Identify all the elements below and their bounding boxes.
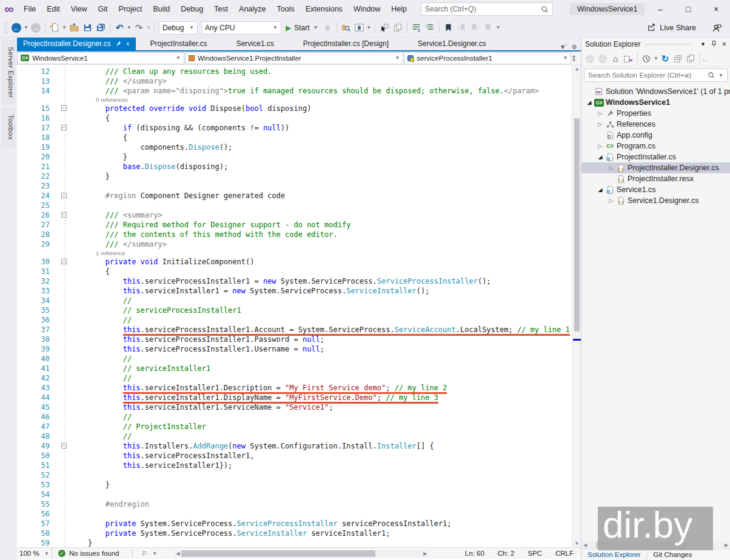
live-share-button[interactable]: Live Share (647, 23, 696, 32)
code-line[interactable]: 39this.serviceProcessInstaller1.Username… (17, 344, 581, 354)
zoom-level-dropdown[interactable]: 100 % ▼ (17, 548, 52, 559)
code-line[interactable]: 15−protected override void Dispose(bool … (17, 104, 581, 113)
solution-platform-combo[interactable]: Any CPU ▼ (201, 21, 281, 35)
code-line[interactable]: 21base.Dispose(disposing); (17, 162, 581, 172)
code-line[interactable]: 32this.serviceProcessInstaller1 = new Sy… (17, 276, 581, 286)
toolbar-grip[interactable] (4, 22, 7, 34)
menu-item-help[interactable]: Help (386, 0, 412, 18)
code-line[interactable]: 17−if (disposing && (components != null)… (17, 123, 581, 133)
menu-item-git[interactable]: Git (93, 0, 113, 18)
code-line[interactable]: 13/// </summary> (17, 76, 581, 86)
collapsed-arrow-icon[interactable]: ▷ (596, 110, 604, 116)
code-line[interactable]: 56 (17, 509, 581, 519)
code-line[interactable]: 53} (17, 480, 581, 490)
code-line[interactable]: 34// (17, 296, 581, 305)
tab-settings-gear-icon[interactable]: ⚙ (572, 44, 577, 50)
code-line[interactable]: 46// (17, 412, 581, 422)
collapse-region-icon[interactable]: − (61, 125, 67, 130)
code-line[interactable]: 19components.Dispose(); (17, 142, 581, 152)
browser-home-icon[interactable] (353, 21, 366, 35)
document-tab[interactable]: ProjectInstaller.cs [Design] (289, 38, 403, 50)
save-icon[interactable] (81, 21, 94, 35)
scroll-up-icon[interactable]: ▲ (572, 66, 581, 72)
save-all-icon[interactable] (94, 21, 107, 35)
pin-icon[interactable] (711, 41, 717, 48)
undo-icon[interactable]: ↶ (113, 21, 126, 35)
code-line[interactable]: 48// (17, 432, 581, 441)
solution-explorer-search-input[interactable]: Search Solution Explorer (Ctrl+ж) ▼ (584, 68, 728, 82)
annotations-pen-icon[interactable]: ⚐ (141, 550, 147, 558)
code-line[interactable]: 28/// the contents of this method with t… (17, 230, 581, 239)
code-line[interactable]: 40// (17, 354, 581, 364)
collapse-region-icon[interactable]: − (61, 259, 67, 264)
code-line[interactable]: 51this.serviceInstaller1}); (17, 461, 581, 470)
pending-changes-filter-icon[interactable] (640, 53, 652, 65)
toggle-comment-icon[interactable] (410, 21, 423, 35)
document-tab[interactable]: Service1.cs (222, 38, 289, 50)
tool-tab-toolbox[interactable]: Toolbox (2, 108, 15, 147)
maximize-button[interactable]: □ (674, 0, 702, 18)
split-window-icon[interactable]: ‡ (572, 54, 581, 62)
collapse-region-icon[interactable]: − (61, 193, 67, 198)
navigate-backward-icon[interactable]: ← (10, 21, 23, 35)
toolbar-overflow-icon[interactable]: ▼ (495, 25, 501, 30)
scroll-left-icon[interactable]: ◀ (174, 551, 181, 556)
collapsed-arrow-icon[interactable]: ▷ (607, 198, 615, 204)
code-line[interactable]: 12/// Clean up any resources being used. (17, 67, 581, 76)
close-icon[interactable]: × (722, 40, 726, 48)
menu-item-extensions[interactable]: Extensions (300, 0, 348, 18)
menu-item-debug[interactable]: Debug (175, 0, 209, 18)
code-line[interactable]: 42// (17, 373, 581, 383)
navigate-forward-icon[interactable]: → (597, 53, 609, 65)
menu-item-view[interactable]: View (65, 0, 93, 18)
code-line[interactable]: 27/// Required method for Designer suppo… (17, 220, 581, 230)
editor-vertical-scrollbar[interactable]: ▲ ▼ (572, 65, 581, 547)
scroll-right-icon[interactable]: ▶ (421, 551, 429, 556)
codelens-row[interactable]: 0 references (17, 96, 581, 104)
scroll-right-icon[interactable]: ▶ (723, 542, 730, 548)
health-check-icon[interactable]: ✓ (58, 550, 65, 557)
close-button[interactable]: × (702, 0, 730, 18)
code-line[interactable]: 57private System.ServiceProcess.ServiceP… (17, 519, 581, 528)
type-dropdown[interactable]: WindowsService1.ProjectInstaller ▼ (185, 52, 403, 64)
tree-item-properties[interactable]: ▷Properties (581, 108, 730, 119)
pin-icon[interactable] (116, 38, 121, 50)
solution-configuration-combo[interactable]: Debug ▼ (159, 21, 198, 35)
tree-item-app-config[interactable]: App.config (581, 130, 730, 141)
code-line[interactable]: 14/// <param name="disposing">true if ma… (17, 86, 581, 96)
code-line[interactable]: 50this.serviceProcessInstaller1, (17, 451, 581, 461)
code-line[interactable]: 23 (17, 181, 581, 191)
start-debugging-button[interactable]: ▶ Start ▼ (283, 24, 321, 32)
toolbar-overflow-icon[interactable]: .. (703, 55, 708, 63)
redo-dropdown-icon[interactable]: ▼ (146, 25, 152, 30)
code-line[interactable]: 55#endregion (17, 499, 581, 509)
code-line[interactable]: 16{ (17, 113, 581, 123)
project-dropdown[interactable]: C# WindowsService1 ▼ (17, 52, 184, 64)
pointer-select-icon[interactable] (378, 21, 391, 35)
code-line[interactable]: 24−#region Component Designer generated … (17, 191, 581, 201)
tree-item-projectinstaller-resx[interactable]: ProjectInstaller.resx (581, 173, 730, 184)
tree-item-references[interactable]: ▷References (581, 119, 730, 130)
panel-tab-solution-explorer[interactable]: Solution Explorer (581, 549, 648, 560)
collapsed-arrow-icon[interactable]: ▷ (596, 143, 604, 149)
bookmark-clear-icon[interactable] (482, 21, 495, 35)
horizontal-scrollbar-thumb[interactable] (181, 550, 375, 557)
browser-home-dropdown-icon[interactable]: ▼ (366, 25, 372, 30)
expanded-arrow-icon[interactable]: ◢ (596, 187, 604, 193)
collapse-region-icon[interactable]: − (61, 443, 67, 448)
navigate-forward-icon[interactable]: → (29, 21, 42, 35)
code-line[interactable]: 18{ (17, 133, 581, 142)
menu-item-tools[interactable]: Tools (272, 0, 300, 18)
document-tab[interactable]: Service1.Designer.cs (403, 38, 501, 50)
code-line[interactable]: 29/// </summary> (17, 239, 581, 249)
expanded-arrow-icon[interactable]: ◢ (585, 99, 594, 105)
code-line[interactable]: 20} (17, 152, 581, 162)
new-project-dropdown-icon[interactable]: ▼ (61, 25, 67, 30)
tree-item-solution-windowsservice1-1-of-1-project-[interactable]: ∞Solution 'WindowsService1' (1 of 1 proj… (581, 86, 730, 97)
menu-item-test[interactable]: Test (209, 0, 233, 18)
code-editor[interactable]: 12/// Clean up any resources being used.… (17, 65, 581, 547)
solution-explorer-header[interactable]: Solution Explorer ▼ × (581, 38, 730, 51)
collapse-region-icon[interactable]: − (61, 212, 67, 218)
collapsed-arrow-icon[interactable]: ▷ (607, 165, 615, 171)
code-line[interactable]: 36// (17, 315, 581, 325)
